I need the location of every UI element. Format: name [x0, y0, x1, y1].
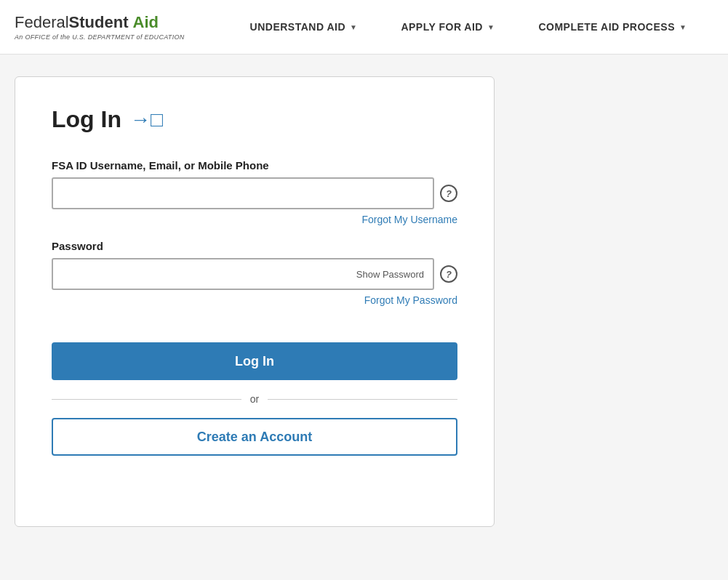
username-form-group: FSA ID Username, Email, or Mobile Phone …: [52, 159, 457, 225]
logo-student: Student: [69, 13, 129, 31]
nav-apply-for-aid[interactable]: APPLY FOR AID ▼: [379, 0, 516, 55]
password-label: Password: [52, 240, 457, 252]
password-input-wrapper: Show Password: [52, 258, 434, 290]
logo-subtitle: An OFFICE of the U.S. DEPARTMENT of EDUC…: [15, 33, 185, 41]
site-logo[interactable]: FederalStudent Aid An OFFICE of the U.S.…: [15, 13, 185, 41]
login-button[interactable]: Log In: [52, 342, 457, 380]
login-title-row: Log In →□: [52, 106, 457, 133]
login-arrow-icon: →□: [130, 108, 163, 132]
complete-aid-process-chevron-icon: ▼: [679, 23, 687, 31]
username-input-row: ?: [52, 177, 457, 209]
forgot-username-row: Forgot My Username: [52, 214, 457, 225]
understand-aid-chevron-icon: ▼: [350, 23, 357, 31]
create-account-button[interactable]: Create an Account: [52, 418, 457, 456]
nav-complete-aid-process[interactable]: COMPLETE AID PROCESS ▼: [516, 0, 708, 55]
or-line-right: [268, 399, 457, 400]
username-help-icon[interactable]: ?: [440, 185, 457, 202]
understand-aid-label: UNDERSTAND AID: [250, 21, 345, 33]
username-input[interactable]: [52, 177, 434, 209]
logo-aid: Aid: [133, 13, 159, 31]
or-line-left: [52, 399, 241, 400]
complete-aid-process-label: COMPLETE AID PROCESS: [538, 21, 675, 33]
forgot-password-row: Forgot My Password: [52, 294, 457, 306]
password-form-group: Password Show Password ? Forgot My Passw…: [52, 240, 457, 306]
show-password-button[interactable]: Show Password: [352, 266, 428, 283]
forgot-password-link[interactable]: Forgot My Password: [364, 294, 457, 306]
password-help-icon[interactable]: ?: [440, 265, 457, 283]
logo-federal: Federal: [15, 13, 69, 31]
main-content: Log In →□ FSA ID Username, Email, or Mob…: [0, 55, 728, 549]
or-text: or: [250, 393, 259, 405]
username-label: FSA ID Username, Email, or Mobile Phone: [52, 159, 457, 172]
or-divider: or: [52, 393, 457, 405]
navbar: FederalStudent Aid An OFFICE of the U.S.…: [0, 0, 728, 55]
nav-understand-aid[interactable]: UNDERSTAND AID ▼: [228, 0, 380, 55]
nav-links: UNDERSTAND AID ▼ APPLY FOR AID ▼ COMPLET…: [228, 0, 713, 55]
apply-for-aid-chevron-icon: ▼: [487, 23, 495, 31]
page-title: Log In: [52, 106, 121, 133]
password-input-row: Show Password ?: [52, 258, 457, 290]
forgot-username-link[interactable]: Forgot My Username: [362, 214, 457, 225]
apply-for-aid-label: APPLY FOR AID: [401, 21, 483, 33]
login-card: Log In →□ FSA ID Username, Email, or Mob…: [15, 76, 495, 527]
